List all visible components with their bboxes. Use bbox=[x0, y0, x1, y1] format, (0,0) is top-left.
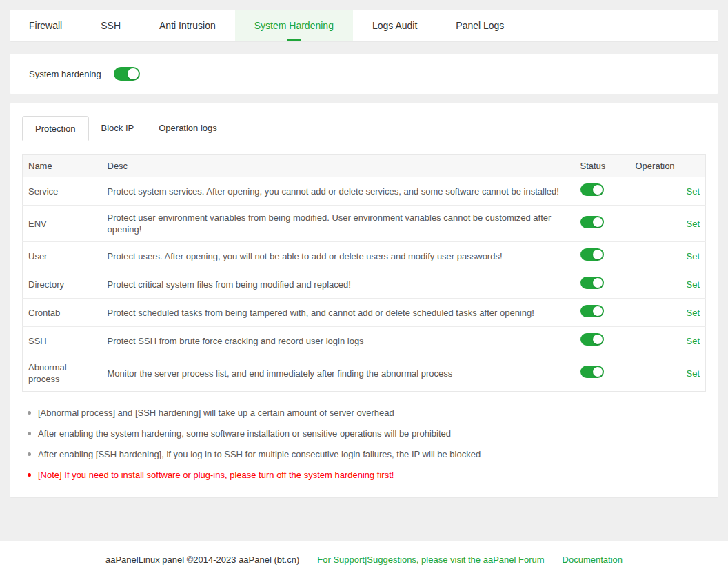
status-toggle[interactable] bbox=[580, 216, 604, 228]
note-text: After enabling [SSH hardening], if you l… bbox=[38, 448, 481, 460]
row-name: Crontab bbox=[23, 299, 102, 327]
tab-ssh[interactable]: SSH bbox=[81, 10, 140, 41]
system-hardening-card: System hardening bbox=[10, 54, 718, 94]
set-link[interactable]: Set bbox=[686, 219, 700, 229]
row-desc: Protect scheduled tasks from being tampe… bbox=[102, 299, 575, 327]
set-link[interactable]: Set bbox=[686, 308, 700, 318]
note-item-warning: [Note] If you need to install software o… bbox=[28, 469, 706, 481]
tab-system-hardening[interactable]: System Hardening bbox=[235, 10, 353, 41]
tab-anti-intrusion[interactable]: Anti Intrusion bbox=[140, 10, 235, 41]
note-item: [Abnormal process] and [SSH hardening] w… bbox=[28, 407, 706, 419]
row-name: Directory bbox=[23, 270, 102, 299]
table-header-row: Name Desc Status Operation bbox=[23, 155, 706, 177]
status-toggle[interactable] bbox=[580, 277, 604, 289]
table-row: User Protect users. After opening, you w… bbox=[23, 242, 706, 270]
bullet-icon bbox=[28, 432, 31, 435]
header-status: Status bbox=[575, 155, 630, 177]
set-link[interactable]: Set bbox=[686, 279, 700, 290]
note-item: After enabling the system hardening, som… bbox=[28, 428, 706, 439]
bullet-icon bbox=[28, 452, 31, 456]
tab-firewall[interactable]: Firewall bbox=[10, 10, 81, 41]
row-desc: Protect critical system files from being… bbox=[102, 270, 575, 299]
table-row: Abnormal process Monitor the server proc… bbox=[23, 355, 706, 392]
main-nav-tabs: Firewall SSH Anti Intrusion System Harde… bbox=[10, 10, 718, 41]
status-toggle[interactable] bbox=[580, 366, 604, 378]
row-name: ENV bbox=[23, 206, 102, 242]
system-hardening-toggle[interactable] bbox=[114, 67, 140, 81]
table-row: Directory Protect critical system files … bbox=[23, 270, 706, 299]
table-row: ENV Protect user environment variables f… bbox=[23, 206, 706, 242]
panel-sub-tabs: Protection Block IP Operation logs bbox=[22, 116, 706, 141]
table-row: SSH Protect SSH from brute force crackin… bbox=[23, 327, 706, 355]
tab-logs-audit[interactable]: Logs Audit bbox=[353, 10, 436, 41]
tab-panel-logs[interactable]: Panel Logs bbox=[436, 10, 523, 41]
row-name: Service bbox=[23, 177, 102, 206]
footer: aaPanelLinux panel ©2014-2023 aaPanel (b… bbox=[0, 541, 728, 578]
tab-operation-logs[interactable]: Operation logs bbox=[146, 116, 230, 141]
set-link[interactable]: Set bbox=[686, 336, 700, 346]
row-name: User bbox=[23, 242, 102, 270]
note-text: After enabling the system hardening, som… bbox=[38, 428, 451, 439]
row-desc: Protect users. After opening, you will n… bbox=[102, 242, 575, 270]
bullet-icon bbox=[28, 473, 31, 477]
status-toggle[interactable] bbox=[580, 333, 604, 346]
row-name: Abnormal process bbox=[23, 355, 102, 392]
status-toggle[interactable] bbox=[580, 305, 604, 317]
header-name: Name bbox=[23, 155, 102, 177]
row-name: SSH bbox=[23, 327, 102, 355]
protection-panel: Protection Block IP Operation logs Name … bbox=[10, 103, 718, 497]
set-link[interactable]: Set bbox=[686, 251, 700, 261]
tab-protection[interactable]: Protection bbox=[22, 116, 89, 141]
system-hardening-label: System hardening bbox=[29, 69, 101, 79]
protection-table: Name Desc Status Operation Service Prote… bbox=[22, 154, 706, 392]
documentation-link[interactable]: Documentation bbox=[563, 555, 623, 565]
note-text: [Note] If you need to install software o… bbox=[38, 469, 394, 481]
row-desc: Protect user environment variables from … bbox=[102, 206, 575, 242]
note-item: After enabling [SSH hardening], if you l… bbox=[28, 448, 706, 460]
row-desc: Protect system services. After opening, … bbox=[102, 177, 575, 206]
note-text: [Abnormal process] and [SSH hardening] w… bbox=[38, 407, 394, 419]
set-link[interactable]: Set bbox=[686, 186, 700, 197]
row-desc: Protect SSH from brute force cracking an… bbox=[102, 327, 575, 355]
copyright-text: aaPanelLinux panel ©2014-2023 aaPanel (b… bbox=[105, 555, 299, 565]
status-toggle[interactable] bbox=[580, 248, 604, 261]
header-operation: Operation bbox=[630, 155, 706, 177]
table-row: Crontab Protect scheduled tasks from bei… bbox=[23, 299, 706, 327]
row-desc: Monitor the server process list, and end… bbox=[102, 355, 575, 392]
status-toggle[interactable] bbox=[580, 183, 604, 196]
tab-block-ip[interactable]: Block IP bbox=[89, 116, 147, 141]
table-row: Service Protect system services. After o… bbox=[23, 177, 706, 206]
support-link[interactable]: For Support|Suggestions, please visit th… bbox=[317, 555, 544, 565]
notes-list: [Abnormal process] and [SSH hardening] w… bbox=[22, 407, 706, 481]
bullet-icon bbox=[28, 411, 31, 415]
header-desc: Desc bbox=[102, 155, 575, 177]
set-link[interactable]: Set bbox=[686, 368, 700, 379]
